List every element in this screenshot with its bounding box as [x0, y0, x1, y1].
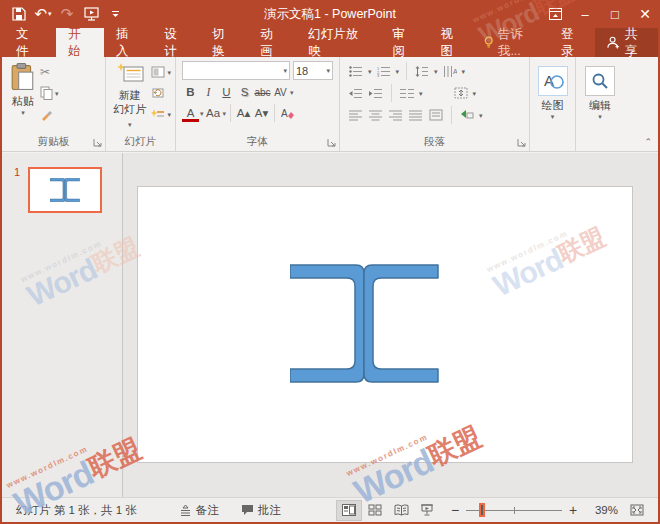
- reset-slide-button[interactable]: [151, 85, 171, 101]
- clear-formatting-button[interactable]: A: [279, 104, 296, 122]
- svg-text:A: A: [453, 68, 457, 75]
- cut-button[interactable]: ✂: [40, 64, 59, 80]
- tab-review[interactable]: 审阅: [380, 28, 428, 57]
- font-name-combo[interactable]: ▾: [182, 61, 290, 80]
- text-shadow-button[interactable]: S: [236, 83, 253, 101]
- drawing-label: 绘图: [542, 99, 564, 113]
- italic-button[interactable]: I: [200, 83, 217, 101]
- clipboard-dialog-launcher-icon[interactable]: [93, 138, 103, 148]
- zoom-out-button[interactable]: −: [450, 502, 460, 518]
- slides-group: 新建 幻灯片 ▾ ▾ ▾: [106, 57, 176, 151]
- fit-slide-button[interactable]: [624, 500, 650, 521]
- tab-animations[interactable]: 动画: [248, 28, 296, 57]
- smartart-convert-button[interactable]: [459, 108, 475, 122]
- align-text-icon: [454, 87, 468, 99]
- tab-transitions[interactable]: 切换: [200, 28, 248, 57]
- tab-file[interactable]: 文件: [0, 28, 56, 57]
- slideshow-view-button[interactable]: [414, 500, 440, 521]
- copy-button[interactable]: ▾: [40, 85, 59, 101]
- reading-view-icon: [394, 504, 409, 516]
- font-dialog-launcher-icon[interactable]: [327, 138, 337, 148]
- minimize-button[interactable]: –: [570, 0, 600, 28]
- slide[interactable]: [137, 186, 633, 463]
- distribute-button[interactable]: [428, 108, 444, 122]
- sign-in-button[interactable]: 登录: [551, 28, 595, 57]
- share-person-icon: [607, 36, 620, 49]
- change-case-button[interactable]: Aa: [205, 104, 222, 122]
- comments-button[interactable]: 批注: [235, 498, 287, 523]
- notes-button[interactable]: 备注: [173, 498, 225, 523]
- close-button[interactable]: ✕: [630, 0, 660, 28]
- drawing-button[interactable]: A 绘图 ▾: [534, 60, 572, 135]
- share-button[interactable]: 共享: [595, 28, 660, 57]
- paragraph-dialog-launcher-icon[interactable]: [517, 138, 527, 148]
- format-painter-button[interactable]: [40, 106, 59, 122]
- tab-design[interactable]: 设计: [152, 28, 200, 57]
- font-size-dropdown-icon: ▾: [326, 67, 330, 74]
- tab-home[interactable]: 开始: [56, 28, 104, 57]
- align-left-button[interactable]: [348, 108, 364, 122]
- bullets-button[interactable]: [348, 64, 364, 78]
- align-text-button[interactable]: [453, 86, 469, 100]
- slide-canvas[interactable]: [123, 153, 658, 497]
- align-text-dropdown-icon: ▾: [473, 90, 477, 97]
- slide-sorter-view-button[interactable]: [362, 500, 388, 521]
- thumbnail-shape: [50, 178, 80, 202]
- grow-font-button[interactable]: A▴: [235, 104, 252, 122]
- font-size-combo[interactable]: 18 ▾: [293, 61, 333, 80]
- svg-text:3: 3: [377, 73, 380, 77]
- align-right-button[interactable]: [388, 108, 404, 122]
- normal-view-button[interactable]: [336, 500, 362, 521]
- underline-button[interactable]: U: [218, 83, 235, 101]
- slide-thumbnail[interactable]: [28, 167, 102, 213]
- line-spacing-icon: [415, 66, 429, 77]
- new-slide-label-1: 新建: [119, 89, 141, 103]
- tab-slideshow[interactable]: 幻灯片放映: [296, 28, 380, 57]
- increase-indent-button[interactable]: [368, 86, 384, 100]
- reset-slide-icon: [151, 87, 165, 99]
- zoom-level[interactable]: 39%: [584, 504, 618, 516]
- distribute-icon: [429, 109, 443, 121]
- columns-button[interactable]: [399, 86, 415, 100]
- character-spacing-button[interactable]: AV: [272, 83, 289, 101]
- i-beam-shape[interactable]: [290, 264, 440, 383]
- tab-insert[interactable]: 插入: [104, 28, 152, 57]
- editing-group: 编辑 ▾: [576, 57, 624, 151]
- slide-thumbnail-panel: 1: [2, 153, 123, 497]
- text-direction-button[interactable]: A: [442, 64, 458, 78]
- zoom-slider-thumb[interactable]: [479, 503, 485, 517]
- align-left-icon: [349, 110, 363, 121]
- align-center-button[interactable]: [368, 108, 384, 122]
- zoom-slider[interactable]: [466, 503, 562, 517]
- copy-icon: [40, 86, 53, 100]
- tabrow-right: 告诉我... 登录 共享: [476, 28, 660, 57]
- line-spacing-button[interactable]: [414, 64, 430, 78]
- slide-layout-button[interactable]: ▾: [151, 64, 171, 80]
- paste-button[interactable]: 粘贴 ▾: [6, 60, 40, 135]
- text-direction-icon: A: [443, 66, 457, 77]
- bold-button[interactable]: B: [182, 83, 199, 101]
- fit-slide-icon: [630, 504, 644, 516]
- zoom-in-button[interactable]: +: [568, 502, 578, 518]
- section-button[interactable]: ▾: [151, 106, 171, 122]
- ribbon: 粘贴 ▾ ✂ ▾ 剪贴板: [2, 57, 658, 152]
- numbering-button[interactable]: 123: [376, 64, 392, 78]
- strikethrough-button[interactable]: abc: [254, 83, 271, 101]
- maximize-button[interactable]: □: [600, 0, 630, 28]
- tell-me-box[interactable]: 告诉我...: [476, 28, 550, 57]
- reading-view-button[interactable]: [388, 500, 414, 521]
- ribbon-display-options-button[interactable]: [540, 0, 570, 28]
- tab-view[interactable]: 视图: [428, 28, 476, 57]
- new-slide-button[interactable]: 新建 幻灯片 ▾: [110, 60, 149, 135]
- shrink-font-button[interactable]: A▾: [253, 104, 270, 122]
- font-group-label: 字体: [247, 135, 268, 147]
- decrease-indent-button[interactable]: [348, 86, 364, 100]
- increase-indent-icon: [369, 88, 383, 99]
- clipboard-group: 粘贴 ▾ ✂ ▾ 剪贴板: [2, 57, 106, 151]
- collapse-ribbon-button[interactable]: ⌃: [644, 137, 652, 147]
- justify-button[interactable]: [408, 108, 424, 122]
- notes-label: 备注: [196, 503, 219, 518]
- slide-layout-icon: [151, 66, 165, 78]
- font-color-button[interactable]: A: [182, 107, 199, 122]
- editing-button[interactable]: 编辑 ▾: [581, 60, 619, 135]
